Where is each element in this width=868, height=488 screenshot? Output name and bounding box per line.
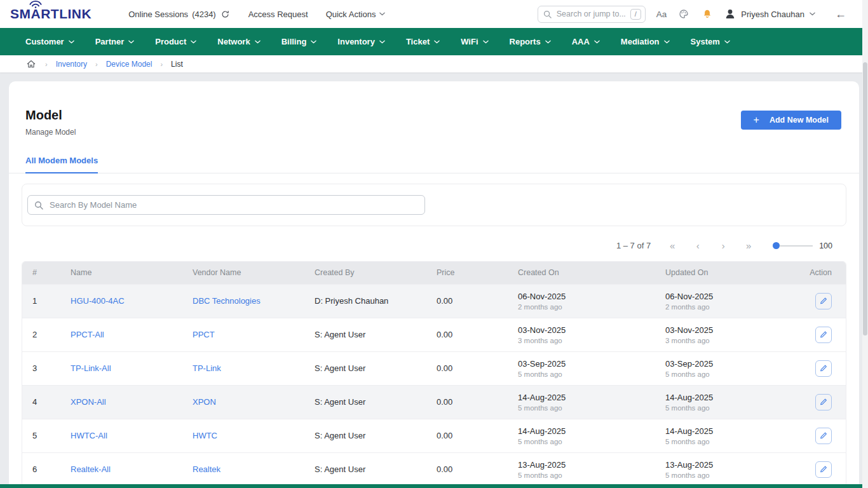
updated-on-cell: 13-Aug-2025 5 months ago [658, 452, 796, 486]
nav-item-inventory[interactable]: Inventory [337, 37, 385, 46]
model-name-link[interactable]: PPCT-All [71, 330, 104, 339]
vendor-name-link[interactable]: XPON [193, 397, 216, 407]
breadcrumb-home[interactable] [25, 58, 37, 69]
edit-pencil-icon [820, 297, 827, 305]
back-arrow-button[interactable]: ← [831, 8, 850, 20]
appearance-button[interactable] [677, 8, 690, 20]
created-on-date: 03-Nov-2025 [518, 325, 650, 335]
model-search-input[interactable] [48, 200, 418, 210]
price-cell: 0.00 [429, 419, 510, 452]
chevron-down-icon [255, 40, 261, 44]
created-on-relative: 5 months ago [518, 438, 650, 445]
pagination-first-button[interactable]: « [660, 240, 685, 251]
vendor-name-link[interactable]: Realtek [193, 464, 220, 474]
user-avatar-icon [724, 8, 736, 20]
edit-model-button[interactable] [815, 461, 832, 478]
model-name-link[interactable]: Realtek-All [71, 464, 111, 474]
nav-item-reports[interactable]: Reports [510, 37, 551, 46]
nav-item-billing[interactable]: Billing [281, 37, 317, 46]
breadcrumb-device-model[interactable]: Device Model [106, 60, 153, 69]
created-on-cell: 14-Aug-2025 5 months ago [510, 385, 658, 419]
nav-item-system[interactable]: System [691, 37, 730, 46]
created-by-cell: S: Agent User [307, 419, 429, 452]
nav-item-product[interactable]: Product [155, 37, 196, 46]
edit-model-button[interactable] [815, 360, 832, 377]
page-size-slider-handle[interactable] [773, 242, 780, 249]
table-row: 3 TP-Link-All TP-Link S: Agent User 0.00… [22, 351, 846, 385]
model-name-link[interactable]: HWTC-All [71, 431, 107, 440]
model-name-link[interactable]: HGU-400-4AC [71, 296, 125, 306]
updated-on-cell: 03-Sep-2025 5 months ago [658, 351, 796, 385]
nav-item-network[interactable]: Network [217, 37, 260, 46]
pagination-last-button[interactable]: » [736, 240, 761, 251]
text-size-toggle[interactable]: Aa [656, 10, 667, 19]
wifi-icon [29, 0, 43, 8]
updated-on-date: 14-Aug-2025 [665, 393, 789, 402]
page-size-slider[interactable] [773, 242, 813, 249]
edit-model-button[interactable] [815, 327, 832, 343]
tab-all-modem-models[interactable]: All Modem Models [25, 156, 98, 173]
updated-on-relative: 2 months ago [665, 303, 789, 311]
chevron-down-icon [594, 40, 600, 44]
nav-item-label: Partner [95, 37, 125, 46]
vendor-name-link[interactable]: TP-Link [193, 363, 221, 373]
created-on-date: 14-Aug-2025 [518, 426, 650, 436]
nav-item-mediation[interactable]: Mediation [621, 37, 670, 46]
edit-model-button[interactable] [815, 293, 832, 309]
column-header-vendor-name: Vendor Name [185, 262, 307, 284]
user-menu[interactable]: Priyesh Chauhan [724, 8, 815, 20]
breadcrumb-separator: › [95, 60, 98, 68]
model-search-box[interactable] [27, 195, 425, 215]
model-name-link[interactable]: TP-Link-All [71, 363, 111, 373]
created-on-relative: 3 months ago [518, 337, 650, 344]
pagination-prev-button[interactable]: ‹ [685, 240, 710, 251]
column-header-created-on: Created On [510, 262, 658, 284]
scrollbar[interactable] [862, 0, 868, 488]
updated-on-date: 13-Aug-2025 [665, 460, 789, 470]
chevron-down-icon [379, 40, 385, 44]
pagination-next-button[interactable]: › [710, 240, 736, 251]
row-index: 3 [22, 351, 63, 385]
brand-logo[interactable]: SMARTLINK [10, 6, 92, 22]
updated-on-relative: 3 months ago [665, 337, 789, 344]
model-name-link[interactable]: XPON-All [71, 397, 106, 407]
nav-item-label: Customer [25, 37, 64, 46]
edit-pencil-icon [820, 364, 827, 372]
nav-item-ticket[interactable]: Ticket [406, 37, 440, 46]
table-row: 4 XPON-All XPON S: Agent User 0.00 14-Au… [22, 385, 846, 419]
nav-item-partner[interactable]: Partner [95, 37, 135, 46]
price-cell: 0.00 [429, 284, 510, 318]
global-search[interactable]: / [538, 6, 646, 23]
page-size-slider-track [780, 245, 813, 247]
add-new-model-button[interactable]: + Add New Model [741, 111, 841, 130]
nav-item-aaa[interactable]: AAA [572, 37, 600, 46]
main-navigation: Customer Partner Product Network Billing… [0, 28, 868, 55]
nav-item-label: System [691, 37, 720, 46]
updated-on-date: 14-Aug-2025 [665, 426, 789, 436]
online-sessions-count: (4234) [192, 10, 216, 19]
topbar: SMARTLINK Online Sessions (4234) Access … [0, 0, 868, 28]
created-on-relative: 5 months ago [518, 471, 650, 479]
global-search-input[interactable] [555, 9, 627, 19]
created-on-date: 14-Aug-2025 [518, 393, 650, 402]
created-on-cell: 06-Nov-2025 2 months ago [510, 284, 658, 318]
action-cell [796, 318, 846, 351]
action-cell [796, 351, 846, 385]
vendor-name-link[interactable]: DBC Technologies [193, 296, 261, 306]
updated-on-relative: 5 months ago [665, 438, 789, 445]
breadcrumb-inventory[interactable]: Inventory [56, 60, 87, 69]
edit-model-button[interactable] [815, 428, 832, 444]
nav-item-wifi[interactable]: WiFi [461, 37, 488, 46]
scrollbar-thumb[interactable] [863, 62, 867, 336]
brand-logo-text: SMARTLINK [10, 6, 92, 22]
created-on-cell: 03-Sep-2025 5 months ago [510, 351, 658, 385]
nav-item-customer[interactable]: Customer [25, 37, 74, 46]
refresh-sessions-button[interactable] [220, 9, 231, 20]
vendor-name-link[interactable]: PPCT [193, 330, 215, 339]
notifications-button[interactable] [701, 8, 714, 20]
edit-model-button[interactable] [815, 394, 832, 410]
quick-actions-menu[interactable]: Quick Actions [326, 10, 386, 19]
column-header-price: Price [429, 262, 510, 284]
access-request-link[interactable]: Access Request [248, 10, 308, 19]
vendor-name-link[interactable]: HWTC [193, 431, 217, 440]
